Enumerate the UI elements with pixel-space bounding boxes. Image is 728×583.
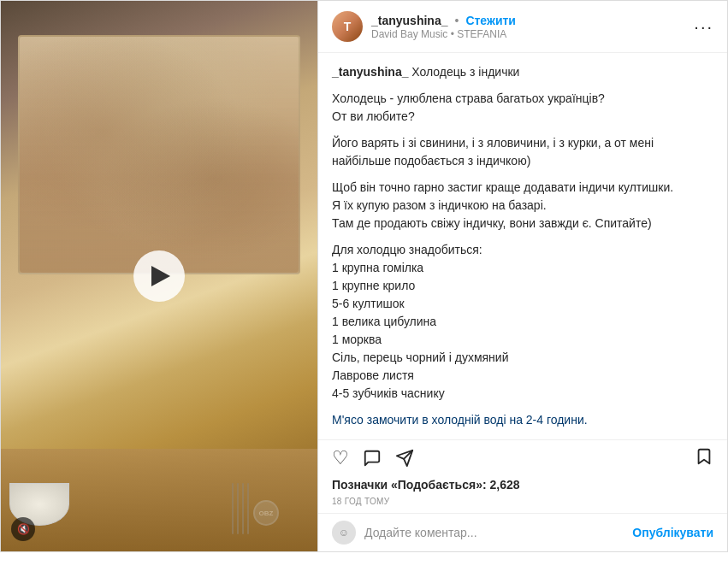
- likes-count: 2,628: [490, 478, 520, 492]
- likes-label: Позначки «Подобається»:: [332, 478, 487, 492]
- watermark: OBZ: [232, 500, 300, 526]
- bookmark-icon: [695, 447, 713, 466]
- actions-row: ♡: [318, 439, 727, 474]
- sub-info: David Bay Music • STEFANIA: [371, 28, 687, 40]
- bookmark-button[interactable]: [695, 447, 713, 471]
- comment-input[interactable]: [364, 526, 624, 539]
- caption-para-3: Щоб він точно гарно застиг краще додават…: [332, 179, 713, 233]
- smiley-icon: ☺: [339, 527, 349, 539]
- content-panel: T _tanyushina_ • Стежити David Bay Music…: [317, 1, 727, 551]
- share-button[interactable]: [395, 449, 414, 470]
- post-caption: _tanyushina_ Холодець з індички Холодець…: [318, 53, 727, 439]
- action-icons: ♡: [332, 449, 695, 470]
- share-icon: [395, 449, 414, 468]
- caption-author[interactable]: _tanyushina_: [332, 65, 408, 79]
- caption-title: Холодець з індички: [408, 65, 519, 79]
- header-top-row: _tanyushina_ • Стежити: [371, 14, 687, 27]
- publish-button[interactable]: Опублікувати: [632, 526, 713, 539]
- food-container: [18, 35, 300, 274]
- post-header: T _tanyushina_ • Стежити David Bay Music…: [318, 1, 727, 53]
- header-info: _tanyushina_ • Стежити David Bay Music •…: [371, 14, 687, 40]
- avatar: T: [332, 11, 363, 42]
- caption-header-line: _tanyushina_ Холодець з індички: [332, 63, 713, 81]
- likes-row: Позначки «Подобається»: 2,628: [318, 474, 727, 495]
- play-button[interactable]: [133, 250, 185, 302]
- like-button[interactable]: ♡: [332, 449, 349, 470]
- caption-para-1: Холодець - улюблена страва багатьох укра…: [332, 90, 713, 126]
- play-icon: [151, 266, 170, 286]
- dot-separator: •: [454, 14, 459, 27]
- time-row: 18 ГОД ТОМУ: [318, 495, 727, 513]
- media-panel: 🔇 OBZ: [1, 1, 317, 551]
- follow-button[interactable]: Стежити: [465, 14, 516, 27]
- caption-para-2: Його варять і зі свинини, і з яловичини,…: [332, 134, 713, 170]
- caption-para-5: М'ясо замочити в холодній воді на 2-4 го…: [332, 411, 713, 429]
- watermark-logo: OBZ: [253, 500, 279, 526]
- mute-icon: 🔇: [17, 523, 30, 535]
- caption-para-4: Для холодцю знадобиться:1 крупна гомілка…: [332, 241, 713, 403]
- username-link[interactable]: _tanyushina_: [371, 14, 447, 27]
- comment-icon: [363, 449, 382, 468]
- food-surface: [20, 37, 299, 273]
- comment-input-row: ☺ Опублікувати: [318, 513, 727, 551]
- comment-smiley: ☺: [332, 521, 356, 545]
- time-ago: 18 ГОД ТОМУ: [332, 497, 389, 506]
- more-options-button[interactable]: ···: [694, 18, 713, 35]
- comment-button[interactable]: [363, 449, 382, 470]
- mute-button[interactable]: 🔇: [11, 517, 35, 541]
